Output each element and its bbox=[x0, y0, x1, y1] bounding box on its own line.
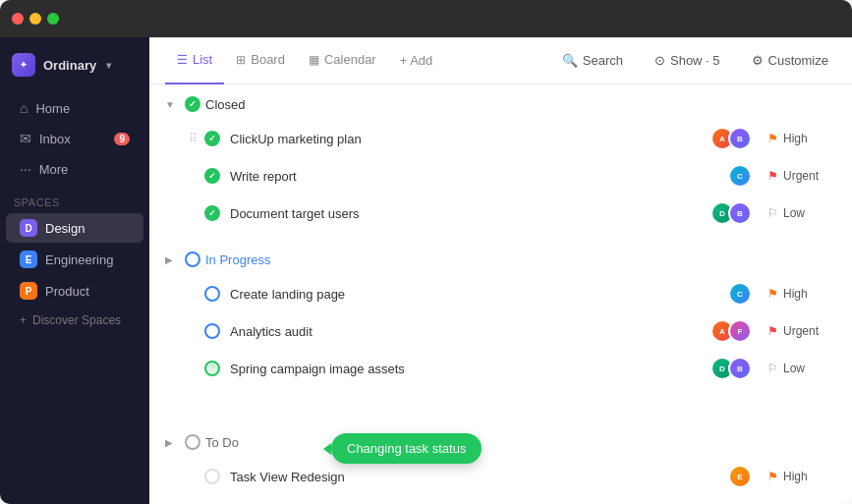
tab-board-label: Board bbox=[251, 52, 285, 67]
task-checkbox[interactable] bbox=[204, 469, 220, 484]
task-checkbox[interactable] bbox=[204, 361, 220, 376]
group-header-closed[interactable]: ▼ Closed bbox=[149, 84, 852, 120]
flag-icon: ⚐ bbox=[767, 206, 778, 220]
list-tab-icon: ☰ bbox=[177, 53, 188, 67]
customize-label: Customize bbox=[768, 53, 828, 68]
priority-label: Urgent bbox=[783, 324, 819, 338]
task-checkbox[interactable] bbox=[204, 168, 220, 184]
group-header-todo[interactable]: ▶ To Do bbox=[149, 422, 852, 458]
engineering-dot: E bbox=[20, 251, 37, 268]
tooltip-container: Changing task status bbox=[331, 433, 482, 464]
tooltip: Changing task status bbox=[331, 433, 482, 464]
flag-icon: ⚑ bbox=[767, 132, 778, 145]
search-label: Search bbox=[583, 53, 623, 68]
sidebar-item-more-label: More bbox=[39, 162, 69, 177]
table-row[interactable]: ⠿ ClickUp marketing plan A B ⚑ High bbox=[149, 120, 852, 157]
priority-label: Urgent bbox=[783, 169, 819, 183]
task-priority: ⚐ Low bbox=[767, 362, 836, 375]
task-avatars: D B bbox=[710, 357, 752, 380]
status-badge-todo: To Do bbox=[185, 434, 239, 450]
board-tab-icon: ⊞ bbox=[236, 53, 246, 67]
task-checkbox[interactable] bbox=[204, 205, 220, 221]
search-button[interactable]: 🔍 Search bbox=[554, 48, 631, 73]
product-dot: P bbox=[20, 282, 37, 300]
divider bbox=[149, 232, 852, 240]
task-checkbox[interactable] bbox=[204, 131, 220, 146]
task-avatars: E bbox=[728, 465, 752, 488]
flag-icon: ⚑ bbox=[767, 287, 778, 301]
inbox-badge: 9 bbox=[114, 133, 130, 145]
calendar-tab-icon: ▦ bbox=[309, 53, 319, 67]
maximize-button[interactable] bbox=[47, 13, 59, 25]
discover-spaces-label: Discover Spaces bbox=[32, 313, 121, 327]
show-button[interactable]: ⊙ Show · 5 bbox=[647, 48, 728, 73]
table-row[interactable]: Grouped Inbox Comments A F ⚑ Urgent bbox=[149, 495, 852, 504]
task-name: Document target users bbox=[230, 206, 710, 221]
priority-label: High bbox=[783, 132, 808, 145]
table-row[interactable]: Create landing page C ⚑ High bbox=[149, 275, 852, 312]
tab-list[interactable]: ☰ List bbox=[165, 37, 224, 84]
sidebar-item-product[interactable]: P Product bbox=[6, 276, 143, 306]
space-product-label: Product bbox=[45, 284, 89, 299]
avatar: B bbox=[728, 201, 752, 225]
sidebar-item-home[interactable]: ⌂ Home bbox=[6, 93, 143, 123]
add-tab-button[interactable]: + Add bbox=[388, 37, 445, 84]
task-avatars: D B bbox=[710, 201, 752, 225]
minimize-button[interactable] bbox=[29, 13, 41, 25]
inprogress-status-label: In Progress bbox=[205, 252, 270, 267]
task-checkbox[interactable] bbox=[204, 286, 220, 302]
show-label: Show · 5 bbox=[670, 53, 720, 68]
task-name: Spring campaign image assets bbox=[230, 362, 710, 376]
task-avatars: A B bbox=[710, 127, 752, 150]
close-button[interactable] bbox=[12, 13, 24, 25]
task-name: Create landing page bbox=[230, 287, 728, 302]
avatar: C bbox=[728, 282, 752, 306]
task-checkbox[interactable] bbox=[204, 323, 220, 339]
sidebar-item-inbox[interactable]: ✉ Inbox 9 bbox=[6, 124, 143, 153]
tab-list-label: List bbox=[193, 52, 212, 67]
app-body: ✦ Ordinary ▾ ⌂ Home ✉ Inbox 9 ··· More bbox=[0, 37, 852, 504]
task-priority: ⚑ High bbox=[767, 470, 836, 483]
task-avatars: A F bbox=[710, 319, 752, 343]
customize-button[interactable]: ⚙ Customize bbox=[744, 48, 836, 73]
table-row[interactable]: Task View Redesign E ⚑ High bbox=[149, 458, 852, 495]
drag-handle-icon: ⠿ bbox=[189, 132, 200, 145]
workspace-switcher[interactable]: ✦ Ordinary ▾ bbox=[0, 45, 149, 88]
table-row[interactable]: Analytics audit A F ⚑ Urgent bbox=[149, 312, 852, 350]
sidebar-item-more[interactable]: ··· More bbox=[6, 154, 143, 184]
table-row[interactable]: Spring campaign image assets D B ⚐ Low bbox=[149, 350, 852, 387]
workspace-chevron-icon: ▾ bbox=[106, 60, 111, 71]
task-name: Analytics audit bbox=[230, 324, 710, 339]
tab-calendar-label: Calendar bbox=[324, 52, 376, 67]
workspace-name: Ordinary bbox=[43, 58, 96, 73]
task-name: Write report bbox=[230, 169, 728, 184]
task-name: ClickUp marketing plan bbox=[230, 132, 710, 146]
priority-label: High bbox=[783, 470, 808, 483]
table-row[interactable]: Document target users D B ⚐ Low bbox=[149, 195, 852, 232]
main-header: ☰ List ⊞ Board ▦ Calendar + Add 🔍 bbox=[149, 37, 852, 84]
flag-icon: ⚑ bbox=[767, 324, 778, 338]
closed-status-icon bbox=[185, 96, 200, 112]
avatar: F bbox=[728, 319, 752, 343]
discover-spaces-button[interactable]: + Discover Spaces bbox=[6, 308, 143, 333]
sidebar-item-home-label: Home bbox=[35, 101, 70, 116]
tab-calendar[interactable]: ▦ Calendar bbox=[297, 37, 388, 84]
flag-icon: ⚑ bbox=[767, 470, 778, 483]
avatar: E bbox=[728, 465, 752, 488]
group-header-inprogress[interactable]: ▶ In Progress bbox=[149, 240, 852, 275]
traffic-lights bbox=[12, 13, 59, 25]
header-actions: 🔍 Search ⊙ Show · 5 ⚙ Customize bbox=[554, 48, 836, 73]
tab-board[interactable]: ⊞ Board bbox=[224, 37, 297, 84]
sidebar: ✦ Ordinary ▾ ⌂ Home ✉ Inbox 9 ··· More bbox=[0, 37, 149, 504]
task-list-content: ▼ Closed ⠿ ClickUp marketing plan A B bbox=[149, 84, 852, 504]
more-icon: ··· bbox=[20, 161, 31, 177]
sidebar-item-engineering[interactable]: E Engineering bbox=[6, 245, 143, 274]
design-dot: D bbox=[20, 219, 37, 237]
todo-status-icon bbox=[185, 434, 200, 450]
chevron-down-icon: ▼ bbox=[165, 99, 177, 110]
status-badge-inprogress: In Progress bbox=[185, 252, 270, 267]
table-row[interactable]: Write report C ⚑ Urgent bbox=[149, 157, 852, 195]
inprogress-status-icon bbox=[185, 252, 200, 267]
spaces-section-label: Spaces bbox=[0, 189, 149, 212]
sidebar-item-design[interactable]: D Design bbox=[6, 213, 143, 243]
